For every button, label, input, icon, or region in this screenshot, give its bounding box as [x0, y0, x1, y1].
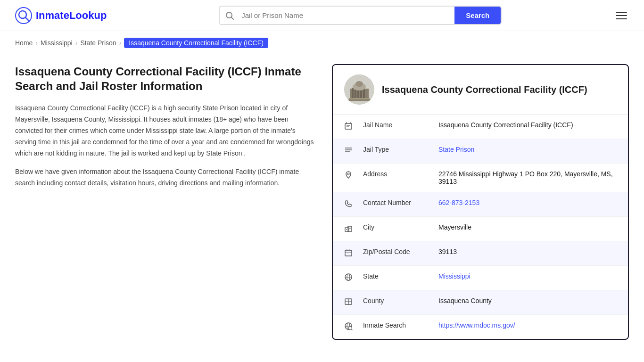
breadcrumb-separator-3: › [119, 39, 122, 47]
contact-link[interactable]: 662-873-2153 [438, 199, 479, 206]
svg-point-22 [347, 173, 349, 175]
menu-button[interactable] [614, 10, 629, 21]
description-paragraph-1: Issaquena County Correctional Facility (… [15, 103, 317, 159]
city-icon [344, 224, 357, 234]
jail-type-link[interactable]: State Prison [438, 146, 474, 153]
info-row-inmate-search: Inmate Search https://www.mdoc.ms.gov/ [333, 315, 628, 339]
breadcrumb-separator-1: › [35, 39, 38, 47]
svg-line-4 [231, 17, 233, 19]
contact-label: Contact Number [363, 199, 438, 206]
page-heading: Issaquena County Correctional Facility (… [15, 64, 317, 93]
facility-image [344, 74, 374, 105]
state-label: State [363, 272, 438, 280]
info-row-jail-type: Jail Type State Prison [333, 139, 628, 164]
jail-type-value[interactable]: State Prison [438, 146, 617, 153]
svg-rect-15 [348, 99, 371, 101]
inmate-search-value[interactable]: https://www.mdoc.ms.gov/ [438, 321, 617, 329]
info-row-address: Address 22746 Mississippi Highway 1 PO B… [333, 164, 628, 192]
address-value: 22746 Mississippi Highway 1 PO Box 220, … [438, 170, 617, 185]
address-label: Address [363, 170, 438, 178]
city-label: City [363, 223, 438, 231]
list-icon [344, 146, 357, 156]
county-icon [344, 297, 357, 308]
svg-line-42 [352, 329, 353, 330]
breadcrumb: Home › Mississippi › State Prison › Issa… [0, 31, 644, 55]
jail-name-value: Issaquena County Correctional Facility (… [438, 121, 617, 129]
search-web-icon [344, 322, 357, 332]
info-row-jail-name: Jail Name Issaquena County Correctional … [333, 115, 628, 139]
inmate-search-link[interactable]: https://www.mdoc.ms.gov/ [438, 321, 515, 329]
jail-type-label: Jail Type [363, 146, 438, 153]
breadcrumb-home[interactable]: Home [15, 39, 33, 47]
breadcrumb-state-prison[interactable]: State Prison [80, 39, 116, 47]
search-icon [220, 11, 239, 20]
search-button[interactable]: Search [454, 7, 501, 24]
search-input[interactable] [239, 7, 454, 24]
svg-rect-14 [349, 98, 370, 99]
state-link[interactable]: Mississippi [438, 272, 471, 280]
zip-value: 39113 [438, 248, 617, 255]
info-row-state: State Mississippi [333, 266, 628, 290]
left-panel: Issaquena County Correctional Facility (… [15, 64, 317, 197]
contact-value[interactable]: 662-873-2153 [438, 199, 617, 206]
svg-point-3 [226, 12, 232, 18]
phone-icon [344, 199, 357, 210]
jail-icon [344, 122, 357, 132]
city-value: Mayersville [438, 223, 617, 231]
info-row-contact: Contact Number 662-873-2153 [333, 192, 628, 217]
info-row-zip: Zip/Postal Code 39113 [333, 241, 628, 266]
county-value: Issaquena County [438, 297, 617, 304]
breadcrumb-separator-2: › [75, 39, 78, 47]
svg-rect-16 [345, 123, 352, 129]
globe-icon [344, 273, 357, 283]
info-row-county: County Issaquena County [333, 290, 628, 315]
zip-label: Zip/Postal Code [363, 248, 438, 255]
logo-text: InmateLookup [36, 9, 107, 22]
svg-rect-7 [352, 88, 354, 99]
breadcrumb-current: Issaquena County Correctional Facility (… [124, 38, 268, 48]
info-card: Issaquena County Correctional Facility (… [332, 64, 629, 340]
svg-rect-24 [348, 226, 352, 231]
logo[interactable]: InmateLookup [15, 7, 107, 24]
state-value[interactable]: Mississippi [438, 272, 617, 280]
county-label: County [363, 297, 438, 304]
svg-point-13 [355, 81, 363, 87]
info-card-header: Issaquena County Correctional Facility (… [333, 65, 628, 115]
info-row-city: City Mayersville [333, 217, 628, 241]
svg-rect-23 [345, 228, 349, 231]
svg-line-2 [25, 17, 29, 21]
zip-icon [344, 248, 357, 259]
logo-icon [15, 7, 32, 24]
description-paragraph-2: Below we have given information about th… [15, 166, 317, 189]
search-bar: Search [219, 6, 502, 25]
inmate-search-label: Inmate Search [363, 321, 438, 329]
info-card-title: Issaquena County Correctional Facility (… [382, 84, 587, 95]
jail-name-label: Jail Name [363, 121, 438, 129]
location-icon [344, 171, 357, 181]
svg-rect-28 [345, 250, 352, 256]
breadcrumb-mississippi[interactable]: Mississippi [41, 39, 73, 47]
